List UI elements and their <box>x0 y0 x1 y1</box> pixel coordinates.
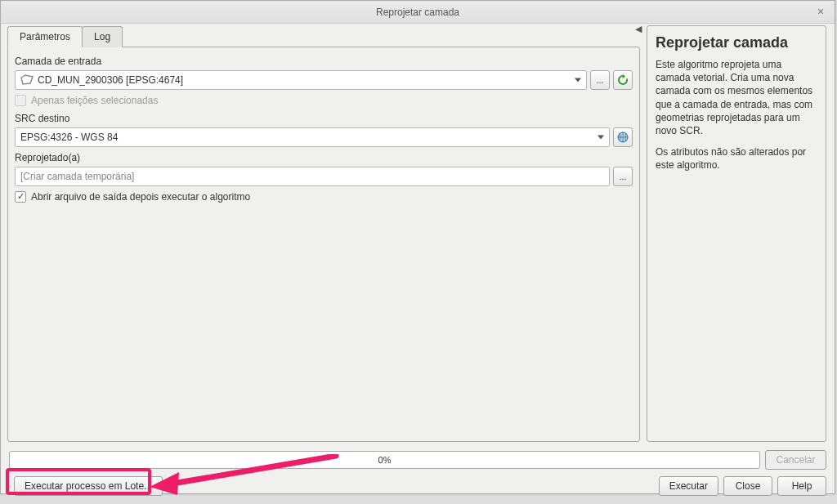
dialog-window: Reprojetar camada × ◀ Parâmetros Log Cam… <box>0 0 835 494</box>
iterate-features-button[interactable] <box>613 70 633 90</box>
input-layer-label: Camada de entrada <box>15 56 633 67</box>
ellipsis-icon: ... <box>619 172 626 181</box>
parameters-panel: Camada de entrada CD_MUN_2900306 [EPSG:4… <box>7 47 640 442</box>
open-output-checkbox[interactable] <box>15 191 26 203</box>
progress-bar: 0% <box>9 451 760 469</box>
browse-output-button[interactable]: ... <box>613 167 633 186</box>
tab-log[interactable]: Log <box>82 26 123 47</box>
chevron-down-icon <box>598 136 604 140</box>
selected-only-checkbox <box>15 95 26 106</box>
close-icon[interactable]: × <box>813 5 828 20</box>
window-title: Reprojetar camada <box>376 7 459 18</box>
browse-input-button[interactable]: ... <box>590 70 610 90</box>
help-panel: Reprojetar camada Este algoritmo reproje… <box>647 25 826 442</box>
progress-text: 0% <box>378 455 392 465</box>
help-button[interactable]: Help <box>777 476 826 496</box>
crs-picker-button[interactable] <box>613 127 633 147</box>
help-paragraph-1: Este algoritmo reprojeta uma camada veto… <box>656 58 817 137</box>
globe-icon <box>616 131 629 144</box>
output-placeholder: [Criar camada temporária] <box>20 171 134 182</box>
close-button[interactable]: Close <box>723 476 772 496</box>
help-title: Reprojetar camada <box>656 34 817 51</box>
vector-layer-icon <box>20 74 34 86</box>
dialog-body: Parâmetros Log Camada de entrada CD_MUN_… <box>1 24 835 442</box>
target-crs-select[interactable]: EPSG:4326 - WGS 84 <box>15 127 610 147</box>
target-crs-label: SRC destino <box>15 113 633 124</box>
ellipsis-icon: ... <box>596 75 603 85</box>
target-crs-value: EPSG:4326 - WGS 84 <box>20 132 118 143</box>
titlebar: Reprojetar camada × <box>1 1 835 24</box>
button-row: Executar processo em Lote... Executar Cl… <box>1 473 835 502</box>
open-output-label: Abrir arquivo de saída depois executar o… <box>31 191 250 203</box>
run-button[interactable]: Executar <box>659 476 718 496</box>
tab-parameters[interactable]: Parâmetros <box>7 26 83 47</box>
reprojected-label: Reprojetado(a) <box>15 152 633 163</box>
selected-only-label: Apenas feições selecionadas <box>31 95 158 106</box>
input-layer-select[interactable]: CD_MUN_2900306 [EPSG:4674] <box>15 70 587 90</box>
run-batch-button[interactable]: Executar processo em Lote... <box>14 476 163 496</box>
progress-row: 0% Cancelar <box>1 442 835 473</box>
help-paragraph-2: Os atributos não são alterados por este … <box>656 145 817 172</box>
left-pane: Parâmetros Log Camada de entrada CD_MUN_… <box>7 25 640 442</box>
tab-row: Parâmetros Log <box>7 25 640 47</box>
svg-marker-0 <box>21 75 33 84</box>
output-path-input[interactable]: [Criar camada temporária] <box>15 167 610 186</box>
cancel-button: Cancelar <box>765 450 826 470</box>
iterate-icon <box>616 74 629 87</box>
input-layer-value: CD_MUN_2900306 [EPSG:4674] <box>38 74 183 86</box>
chevron-down-icon <box>575 78 581 83</box>
